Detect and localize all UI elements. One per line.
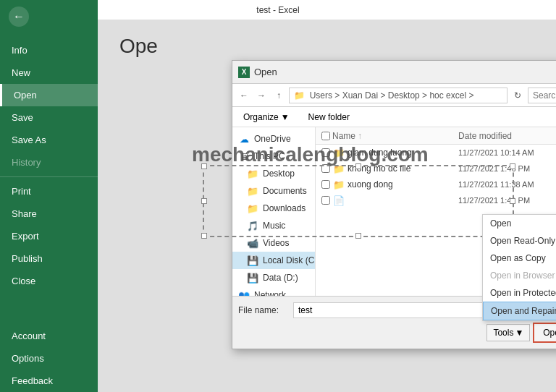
backstage-menu: Info New Open Save Save As History Print… [0,33,98,392]
file-toolbar: Organize ▼ New folder ☰ ▦ ? [232,107,556,127]
sidebar-item-history: History [0,151,98,174]
nav-downloads[interactable]: 📁 Downloads [232,200,315,217]
videos-icon: 📹 [247,237,258,249]
sidebar-item-export[interactable]: Export [0,225,98,247]
table-row[interactable]: 📁 khong mo dc file 11/27/2021 1:46 PM Fi… [316,161,556,176]
dropdown-open[interactable]: Open [483,215,556,232]
folder-icon: 📁 [333,163,345,174]
localdisk-icon: 💾 [247,255,258,266]
row-checkbox[interactable] [321,164,330,173]
nav-videos[interactable]: 📹 Videos [232,234,315,252]
open-button-group: Open ▼ [533,323,556,343]
sidebar-item-new[interactable]: New [0,61,98,84]
row-checkbox[interactable] [321,180,330,189]
dialog-bottom: File name: All Excel Files Tools ▼ Open … [232,296,556,349]
new-folder-button[interactable]: New folder [302,109,356,125]
nav-onedrive[interactable]: ☁ OneDrive [232,130,315,148]
nav-datad[interactable]: 💾 Data (D:) [232,269,315,286]
sidebar-item-info[interactable]: Info [0,39,98,61]
open-dropdown-menu: Open Open Read-Only Open as Copy Open in… [482,214,556,321]
excel-icon: X [238,67,250,78]
file-list-header: Name ↑ Date modified Type [316,127,556,145]
sidebar-item-share[interactable]: Share [0,203,98,225]
sidebar-item-feedback[interactable]: Feedback [0,370,98,392]
nav-thispc[interactable]: 🖥 This PC [232,148,315,165]
app-title: test - Excel [256,5,299,15]
dropdown-open-and-repair[interactable]: Open and Repair... [483,302,556,320]
sidebar-item-save[interactable]: Save [0,106,98,129]
refresh-button[interactable]: ↻ [510,88,525,103]
nav-documents[interactable]: 📁 Documents [232,182,315,200]
nav-network[interactable]: 👥 Network [232,286,315,296]
table-row[interactable]: 📁 giam dung luong 11/27/2021 10:14 AM Fi… [316,145,556,161]
row-checkbox[interactable] [321,148,330,157]
sidebar-item-save-as[interactable]: Save As [0,129,98,151]
left-nav: ☁ OneDrive 🖥 This PC 📁 Desktop 📁 Documen… [232,127,316,296]
dialog-title-bar: X Open ✕ [232,61,556,84]
forward-nav-button[interactable]: → [254,88,269,103]
address-bar: ← → ↑ 📁 Users > Xuan Dai > Desktop > hoc… [232,84,556,107]
downloads-icon: 📁 [247,203,258,214]
datad-icon: 💾 [247,272,258,284]
breadcrumb-icon: 📁 [294,90,305,101]
backstage-header: ← [0,0,98,33]
dropdown-open-readonly[interactable]: Open Read-Only [483,232,556,250]
up-nav-button[interactable]: ↑ [271,88,286,103]
table-row[interactable]: 📁 xuong dong 11/27/2021 11:38 AM File fo… [316,176,556,192]
onedrive-icon: ☁ [238,133,250,145]
main-area: Ope mechanicalengblog.com X Open ✕ ← → ↑ [98,20,556,392]
nav-music[interactable]: 🎵 Music [232,217,315,234]
dropdown-open-protected[interactable]: Open in Protected View [483,284,556,302]
sidebar-item-close[interactable]: Close [0,270,98,292]
dialog-title-left: X Open [238,67,277,78]
search-input[interactable] [528,88,556,103]
folder-icon: 📁 [333,147,345,158]
sidebar-item-options[interactable]: Options [0,347,98,370]
tools-button[interactable]: Tools ▼ [486,324,530,341]
select-all-checkbox[interactable] [321,132,330,140]
backstage-sidebar: ← Info New Open Save Save As History Pri… [0,0,98,392]
desktop-icon: 📁 [247,168,258,179]
network-icon: 👥 [238,289,250,296]
sidebar-item-print[interactable]: Print [0,180,98,203]
open-dialog: X Open ✕ ← → ↑ 📁 Users > Xuan Dai > Desk… [232,60,556,349]
dialog-title: Open [254,67,277,77]
nav-desktop[interactable]: 📁 Desktop [232,165,315,182]
organize-dropdown-icon: ▼ [281,112,290,122]
dropdown-open-in-browser: Open in Browser [483,267,556,284]
back-nav-button[interactable]: ← [237,88,251,103]
button-row: Tools ▼ Open ▼ Cancel Open [238,323,556,343]
dropdown-open-as-copy[interactable]: Open as Copy [483,250,556,267]
organize-button[interactable]: Organize ▼ [237,109,296,125]
open-main-button[interactable]: Open [534,324,556,341]
tools-dropdown-icon: ▼ [515,328,523,338]
row-checkbox[interactable] [321,196,330,205]
documents-icon: 📁 [247,185,258,197]
thispc-icon: 🖥 [238,150,250,162]
sidebar-item-account[interactable]: Account [0,325,98,347]
nav-localdisk[interactable]: 💾 Local Disk (C:) [232,252,315,269]
sidebar-item-publish[interactable]: Publish [0,247,98,270]
sidebar-item-open[interactable]: Open [0,84,98,106]
sidebar-divider-1 [0,176,98,177]
music-icon: 🎵 [247,220,258,231]
back-button[interactable]: ← [9,7,29,27]
folder-icon: 📁 [333,179,345,190]
table-row[interactable]: 📄 11/27/2021 1:41 PM Microsoft Excel Wo.… [316,192,556,208]
address-path[interactable]: 📁 Users > Xuan Dai > Desktop > hoc excel… [289,88,507,103]
excel-file-icon: 📄 [333,195,345,206]
